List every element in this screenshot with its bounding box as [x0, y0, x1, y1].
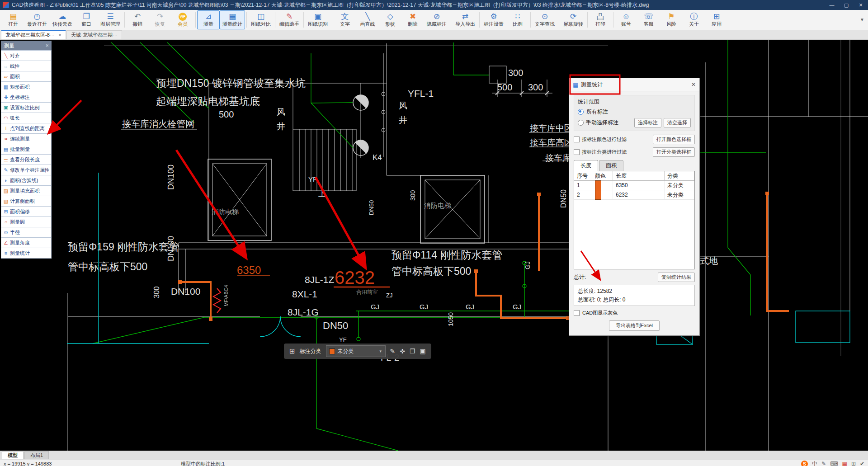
measure-tool-point-to-line[interactable]: ⊥点到直线的距离	[1, 123, 52, 134]
draw-line-button[interactable]: ╲画直线	[356, 10, 379, 29]
measure-tool-statistics[interactable]: ≡测量统计	[1, 248, 52, 259]
tab-length[interactable]: 长度	[574, 160, 598, 171]
measure-tool-side-area[interactable]: ▧计算侧面积	[1, 196, 52, 207]
maximize-button[interactable]: ▢	[839, 0, 854, 10]
category-dropdown[interactable]: 未分类 ▼	[326, 345, 386, 357]
select-annotation-button[interactable]: 选择标注	[634, 118, 661, 127]
clear-selection-button[interactable]: 清空选择	[664, 118, 691, 127]
apps-grid-icon[interactable]: ⊞	[851, 461, 856, 466]
open-button[interactable]: ▤打开	[2, 10, 24, 29]
tab-model[interactable]: 模型	[2, 451, 24, 459]
open-icon: ▤	[9, 13, 17, 21]
recent-open-button[interactable]: ◷最近打开	[24, 10, 50, 29]
measure-button[interactable]: ⊿测量	[197, 10, 220, 29]
drawing-tab-active[interactable]: 龙域华都三期东区-8··· ✕	[1, 30, 66, 39]
measure-tool-linear[interactable]: ↔线性	[1, 61, 52, 71]
measure-panel-header[interactable]: 测量 ✕	[1, 41, 52, 51]
shape-button[interactable]: ◇形状	[379, 10, 401, 29]
tool-icon: ◗	[3, 178, 9, 183]
settings-icon: ⚙	[490, 13, 497, 21]
scale-button[interactable]: ∷比例	[506, 10, 529, 29]
measure-tool-circle[interactable]: ○测量圆	[1, 217, 52, 227]
annotation-settings-button[interactable]: ⚙标注设置	[481, 10, 506, 29]
drawing-compare-button[interactable]: ◫图纸对比	[248, 10, 274, 29]
edit-icon: ✎	[286, 13, 292, 21]
stats-panel-header[interactable]: ▦ 测量统计 ✕	[569, 78, 699, 91]
measure-tool-segment-length[interactable]: ☰查看分段长度	[1, 154, 52, 165]
text-button[interactable]: 文文字	[334, 10, 356, 29]
tab-close-icon[interactable]: ✕	[58, 33, 62, 38]
print-icon: 凸	[597, 13, 604, 21]
measure-tool-angle[interactable]: ∠测量角度	[1, 237, 52, 248]
support-button[interactable]: ☏客服	[637, 10, 660, 29]
drawing-tab[interactable]: 天诚·龙域华都三期···	[66, 30, 122, 39]
open-category-picker-button[interactable]: 打开分类选择框	[653, 147, 695, 157]
toolbar-collapse-icon[interactable]: ▼	[860, 17, 864, 22]
export-excel-button[interactable]: 导出表格到Excel	[609, 320, 660, 331]
toolbox-icon[interactable]: ▦	[842, 461, 847, 466]
hide-annotation-button[interactable]: ⊘隐藏标注	[424, 10, 449, 29]
redo-button[interactable]: ↷恢复	[149, 10, 171, 29]
measure-tool-area[interactable]: ▱面积	[1, 71, 52, 82]
risk-button[interactable]: ⚑风险	[660, 10, 683, 29]
text-search-button[interactable]: ⊙文字查找	[532, 10, 557, 29]
edit-assistant-button[interactable]: ✎编辑助手	[277, 10, 302, 29]
edit-icon[interactable]: ✎	[390, 348, 396, 355]
about-button[interactable]: ⓘ关于	[683, 10, 705, 29]
measure-stats-button[interactable]: ▦测量统计	[220, 10, 245, 29]
screen-rotate-button[interactable]: ⟳屏幕旋转	[561, 10, 586, 29]
collect-icon[interactable]: ▣	[420, 348, 426, 355]
gray-display-checkbox[interactable]: CAD图显示灰色	[574, 310, 695, 316]
recognition-icon: ▣	[314, 13, 321, 21]
drawing-recognition-button[interactable]: ▣图纸识别	[305, 10, 330, 29]
apps-button[interactable]: ⊞应用	[705, 10, 728, 29]
delete-button[interactable]: ✖删除	[401, 10, 424, 29]
layer-manager-button[interactable]: ☰图层管理	[98, 10, 123, 29]
close-icon[interactable]: ✕	[691, 81, 696, 88]
hide-icon: ⊘	[434, 13, 440, 21]
window-button[interactable]: ❐窗口	[75, 10, 98, 29]
measure-tool-arc-length[interactable]: ◠弧长	[1, 113, 52, 123]
close-button[interactable]: ✕	[854, 0, 868, 10]
undo-button[interactable]: ↶撤销	[126, 10, 149, 29]
table-row[interactable]: 1 6350 未分类	[574, 181, 694, 190]
handwriting-icon[interactable]: ✎	[821, 461, 826, 466]
measure-tool-radius[interactable]: ⊙半径	[1, 227, 52, 238]
table-row[interactable]: 2 6232 未分类	[574, 190, 694, 200]
measure-tool-edit-annotation[interactable]: ✎修改单个标注属性	[1, 165, 52, 175]
svg-text:DN100: DN100	[166, 236, 175, 261]
ime-chinese-icon[interactable]: 中	[812, 460, 817, 466]
radio-all-annotations[interactable]: 所有标注	[578, 108, 691, 116]
filter-by-color-checkbox[interactable]: 按标注颜色进行过滤	[574, 136, 627, 143]
measure-tool-coordinate[interactable]: ✚坐标标注	[1, 92, 52, 103]
check-icon[interactable]: ✔	[860, 461, 864, 466]
measure-tool-rect-area[interactable]: ▦矩形面积	[1, 81, 52, 92]
copy-stats-button[interactable]: 复制统计结果	[658, 273, 695, 282]
input-method-logo-icon[interactable]: S	[801, 461, 808, 466]
import-export-button[interactable]: ⇄导入导出	[453, 10, 478, 29]
close-icon[interactable]: ✕	[45, 43, 49, 48]
measure-tool-continuous[interactable]: ≈连续测量	[1, 133, 52, 144]
tab-layout1[interactable]: 布局1	[24, 451, 49, 459]
filter-by-category-checkbox[interactable]: 按标注分类进行过滤	[574, 149, 627, 155]
measure-tool-fill-area[interactable]: ▨测量填充面积	[1, 185, 52, 196]
cloud-drive-button[interactable]: ☁快传云盘	[50, 10, 75, 29]
measure-tool-align[interactable]: ╲对齐	[1, 50, 52, 61]
copy-icon[interactable]: ❐	[410, 348, 415, 355]
measure-tool-area-offset[interactable]: ⊞面积偏移	[1, 206, 52, 217]
grid-icon[interactable]: ⊞	[289, 347, 295, 355]
minimize-button[interactable]: —	[825, 0, 839, 10]
account-button[interactable]: ☺账号	[615, 10, 637, 29]
measure-tool-area-with-arc[interactable]: ◗面积(含弧线)	[1, 175, 52, 186]
radio-manual-select[interactable]: 手动选择标注	[578, 119, 632, 127]
open-color-picker-button[interactable]: 打开颜色选择框	[653, 135, 695, 144]
cad-canvas[interactable]: 预埋DN150 镀锌钢管坡至集水坑 起端埋深贴电梯基坑底 500 接车库消火栓管…	[0, 40, 868, 451]
print-button[interactable]: 凸打印	[589, 10, 612, 29]
measure-tool-set-scale[interactable]: ▣设置标注比例	[1, 102, 52, 113]
keyboard-icon[interactable]: ⌨	[830, 461, 838, 466]
measure-tool-batch[interactable]: ▤批量测量	[1, 144, 52, 155]
vip-member-button[interactable]: VIP会员	[171, 10, 194, 29]
move-icon[interactable]: ✜	[400, 348, 405, 355]
button-label: 测量统计	[222, 21, 242, 27]
tab-area[interactable]: 面积	[599, 160, 623, 171]
